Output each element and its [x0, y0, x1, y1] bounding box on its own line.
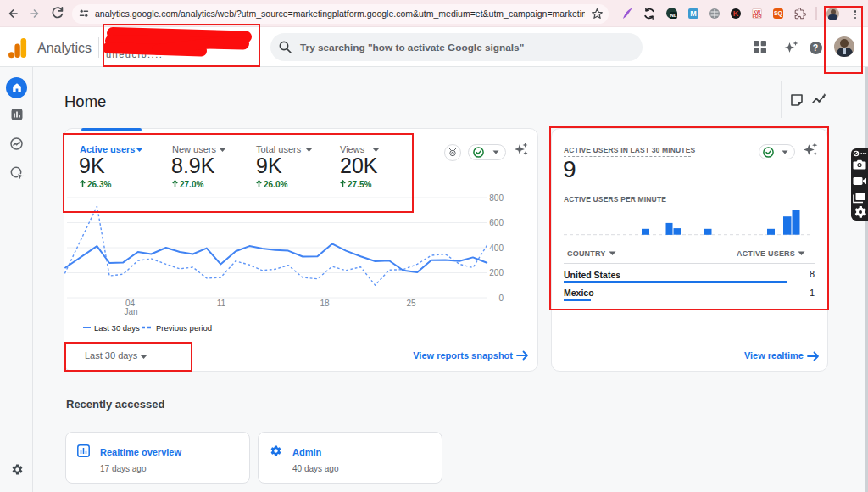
svg-text:11: 11 — [217, 299, 226, 308]
svg-text:25: 25 — [406, 299, 416, 308]
svg-text:Previous period: Previous period — [156, 323, 212, 333]
svg-text:600: 600 — [489, 218, 504, 227]
svg-text:200: 200 — [489, 268, 504, 277]
svg-text:400: 400 — [489, 243, 504, 253]
svg-text:Last 30 days: Last 30 days — [94, 323, 140, 333]
svg-text:18: 18 — [320, 299, 330, 308]
svg-text:800: 800 — [489, 193, 504, 203]
svg-text:0: 0 — [498, 294, 504, 303]
svg-text:Jan: Jan — [124, 307, 137, 316]
